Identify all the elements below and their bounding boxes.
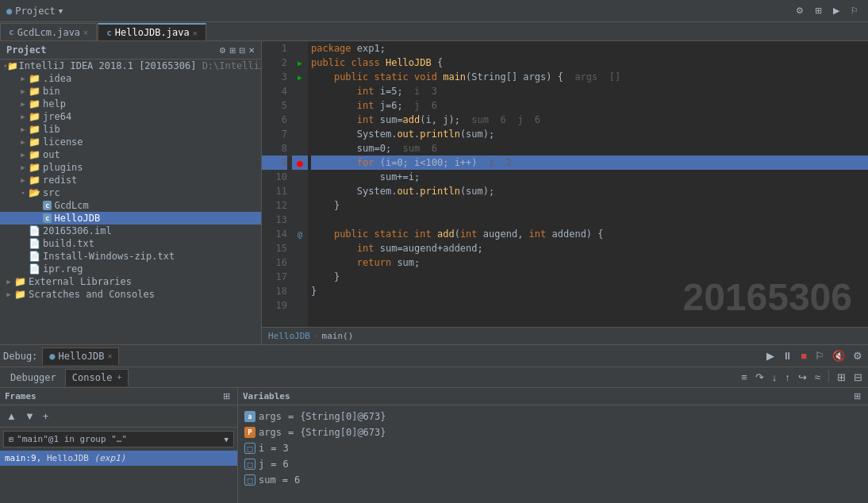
step-into-btn[interactable]: ↓ [770,370,780,385]
tree-item-install[interactable]: 📄 Install-Windows-zip.txt [0,250,261,263]
variables-title: Variables [243,391,290,401]
tree-label-help: help [43,98,66,109]
var-row-1[interactable]: P args = {String[0]@673} [238,424,868,440]
tree-label-build: build.txt [43,238,94,249]
frame-dropdown[interactable]: ⊞ "main"@1 in group "…" ▼ [3,431,234,447]
tab-close-gcdlcm[interactable]: ✕ [83,28,88,36]
run-cursor-btn[interactable]: ↪ [796,370,809,385]
run-btn[interactable]: ▶ [830,4,843,17]
tree-label-install: Install-Windows-zip.txt [43,251,175,262]
folder-icon: 📁 [14,289,26,300]
var-row-3[interactable]: □ j = 6 [238,456,868,472]
gutter-cell-2[interactable]: ▶ [292,56,308,70]
tab-close-hellojdb[interactable]: ✕ [193,29,198,37]
tree-item-extlibs[interactable]: ▶ 📁 External Libraries [0,275,261,288]
tree-label-bin: bin [43,86,60,97]
tree-item-gcdlcm[interactable]: c GcdLcm [0,199,261,212]
var-icon-3: □ [244,459,255,470]
tab-hellojdb[interactable]: c HelloJDB.java ✕ [98,23,206,40]
evaluate-btn[interactable]: ≈ [812,370,823,385]
editor-content[interactable]: 12345678910111213141516171819 ▶▶●@ packa… [262,41,868,327]
frame-dropdown-icon: ⊞ [9,435,13,443]
var-name-0: args [259,411,282,422]
debug-run-btn[interactable]: ⚐ [847,4,862,17]
sidebar-expand-btn[interactable]: ⊞ [229,46,236,55]
resume-btn[interactable]: ▶ [764,348,777,363]
tree-item-ipr[interactable]: 📄 ipr.reg [0,263,261,275]
watermark: 20165306 [682,275,852,319]
line-num-16: 16 [262,255,287,270]
debugger-tab[interactable]: Debugger [3,369,63,386]
tree-item-scratches[interactable]: ▶ 📁 Scratches and Consoles [0,288,261,301]
tree-item-idea[interactable]: ▶ 📁 .idea [0,72,261,85]
frames-content[interactable]: ▲ ▼ + ⊞ "main"@1 in group "…" ▼ main:9, … [0,405,237,503]
pause-btn[interactable]: ⏸ [780,348,795,363]
var-name-3: j [259,459,264,470]
debug-toolbar: ▶ ⏸ ■ ⚐ 🔇 ⚙ [764,348,865,363]
tree-item-plugins[interactable]: ▶ 📁 plugins [0,161,261,174]
tree-label-scratches: Scratches and Consoles [29,289,155,300]
line-num-17: 17 [262,270,287,284]
gutter-cell-14[interactable]: @ [292,227,308,241]
breadcrumb-sep1: › [313,331,319,341]
gutter-cell-13 [292,213,308,227]
settings2-btn[interactable]: ⊟ [851,370,865,385]
variables-expand-btn[interactable]: ⊞ [851,390,863,402]
tree-item-hellojdb[interactable]: c HelloJDB [0,212,261,225]
line-num-14: 14 [262,227,287,241]
restore-btn[interactable]: ⊞ [835,370,848,385]
selected-frame[interactable]: main:9, HelloJDB (exp1) [0,451,237,466]
var-row-2[interactable]: □ i = 3 [238,440,868,456]
var-val-1: {String[0]@673} [300,427,386,438]
tree-arrow-out: ▶ [17,151,29,159]
top-bar-dropdown-icon[interactable]: ▼ [59,7,63,15]
var-eq-3: = [271,459,276,470]
frames-expand-btn[interactable]: ⊞ [221,390,232,402]
var-row-4[interactable]: □ sum = 6 [238,472,868,488]
sidebar-collapse-btn[interactable]: ⊟ [239,46,245,55]
step-up-btn[interactable]: ▲ [3,409,20,424]
file-icon: 📄 [29,251,40,262]
gutter-cell-6 [292,113,308,127]
settings-btn[interactable]: ⚙ [793,4,807,17]
var-row-0[interactable]: a args = {String[0]@673} [238,409,868,424]
step-out-btn[interactable]: ↑ [782,370,793,385]
console-tab[interactable]: Console + [65,369,129,386]
tree-item-src[interactable]: ▾ 📂 src [0,186,261,199]
tree-item-bin[interactable]: ▶ 📁 bin [0,85,261,98]
tree-item-jre64[interactable]: ▶ 📁 jre64 [0,110,261,123]
tree-item-out[interactable]: ▶ 📁 out [0,148,261,161]
run-gutter-icon: ▶ [298,73,302,82]
tree-item-build[interactable]: 📄 build.txt [0,237,261,250]
debug-session-tab[interactable]: ● HelloJDB ✕ [42,347,119,365]
tree-root[interactable]: ▾ 📁 IntelliJ IDEA 2018.1 [20165306] D:\I… [0,60,261,72]
step-down-btn[interactable]: ▼ [21,409,38,424]
view-breakpoints-btn[interactable]: ⚐ [812,348,827,363]
tree-item-iml[interactable]: 📄 20165306.iml [0,225,261,237]
debug-session-close[interactable]: ✕ [107,351,112,360]
settings-debug-btn[interactable]: ⚙ [851,348,865,363]
sidebar-settings-btn[interactable]: ⚙ [219,46,226,55]
tree-item-redist[interactable]: ▶ 📁 redist [0,174,261,186]
step-over-btn[interactable]: ↷ [753,370,766,385]
mute-btn[interactable]: 🔇 [830,348,847,363]
console-format-btn[interactable]: ≡ [739,370,750,385]
tree-item-help[interactable]: ▶ 📁 help [0,98,261,110]
tab-gcdlcm[interactable]: c GcdLcm.java ✕ [0,23,97,40]
stop-btn[interactable]: ■ [798,348,809,363]
variables-content[interactable]: a args = {String[0]@673} P args = {Strin… [238,405,868,503]
frame-dropdown-arrow: ▼ [225,436,229,443]
var-eq-4: = [282,474,288,486]
debug-area: Debug: ● HelloJDB ✕ ▶ ⏸ ■ ⚐ 🔇 ⚙ Debugger… [0,344,868,503]
sidebar-close-btn[interactable]: ✕ [248,46,255,55]
gutter-cell-9[interactable]: ● [292,156,308,170]
add-frame-btn[interactable]: + [40,409,52,424]
gutter: ▶▶●@ [292,41,308,327]
tree-item-lib[interactable]: ▶ 📁 lib [0,123,261,136]
tree-label-extlibs: External Libraries [29,276,132,287]
tree-item-license[interactable]: ▶ 📁 license [0,136,261,148]
folder-icon: 📁 [14,276,26,287]
gutter-cell-3[interactable]: ▶ [292,70,308,84]
layout-btn[interactable]: ⊞ [812,4,825,17]
line-num-3: 3 [262,70,287,84]
